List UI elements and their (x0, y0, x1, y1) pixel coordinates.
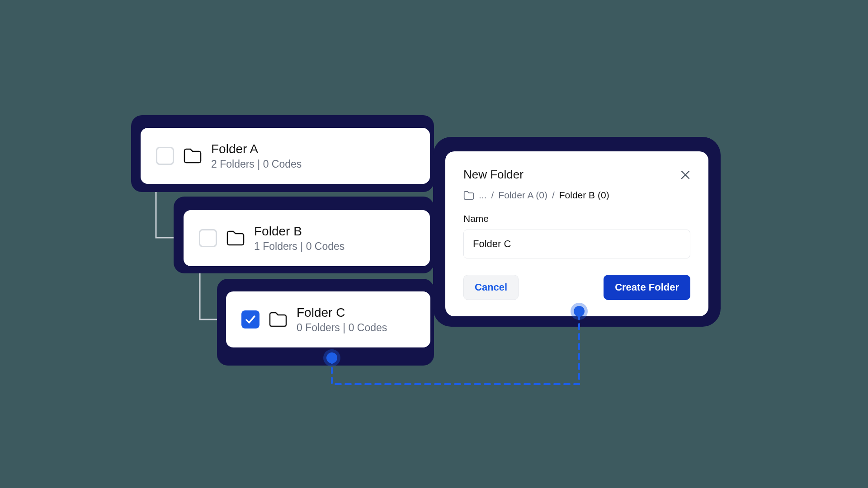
check-icon (245, 314, 256, 325)
checkbox-folder-a[interactable] (156, 147, 174, 165)
dialog-title: New Folder (463, 168, 524, 182)
breadcrumb-parent-1[interactable]: Folder A (0) (498, 190, 547, 201)
cancel-button[interactable]: Cancel (463, 275, 519, 300)
folder-title: Folder A (211, 142, 302, 156)
folder-item-c[interactable]: Folder C 0 Folders | 0 Codes (226, 291, 430, 347)
connector-node-dot (574, 306, 585, 317)
folder-subtitle: 0 Folders | 0 Codes (297, 322, 387, 334)
folder-item-a[interactable]: Folder A 2 Folders | 0 Codes (141, 128, 430, 184)
folder-item-b[interactable]: Folder B 1 Folders | 0 Codes (184, 210, 430, 266)
checkbox-folder-c[interactable] (241, 310, 259, 328)
breadcrumb-sep: / (491, 190, 494, 201)
connector-node-dot (326, 352, 337, 363)
folder-title: Folder B (254, 224, 344, 239)
folder-name-input[interactable] (463, 230, 690, 258)
checkbox-folder-b[interactable] (199, 229, 217, 247)
folder-icon (226, 230, 245, 246)
breadcrumb-sep: / (552, 190, 555, 201)
folder-title: Folder C (297, 305, 387, 320)
breadcrumb-ellipsis[interactable]: ... (479, 190, 487, 201)
breadcrumb-current: Folder B (0) (559, 190, 609, 201)
folder-subtitle: 1 Folders | 0 Codes (254, 240, 344, 253)
name-label: Name (463, 213, 690, 224)
folder-icon (269, 311, 288, 328)
folder-icon (183, 148, 202, 164)
breadcrumb: ... / Folder A (0) / Folder B (0) (463, 190, 690, 201)
folder-icon (463, 191, 474, 200)
create-folder-button[interactable]: Create Folder (604, 275, 690, 300)
close-icon[interactable] (680, 170, 690, 180)
folder-subtitle: 2 Folders | 0 Codes (211, 158, 302, 170)
new-folder-dialog: New Folder ... / Folder A (0) / Folder B… (445, 151, 708, 316)
